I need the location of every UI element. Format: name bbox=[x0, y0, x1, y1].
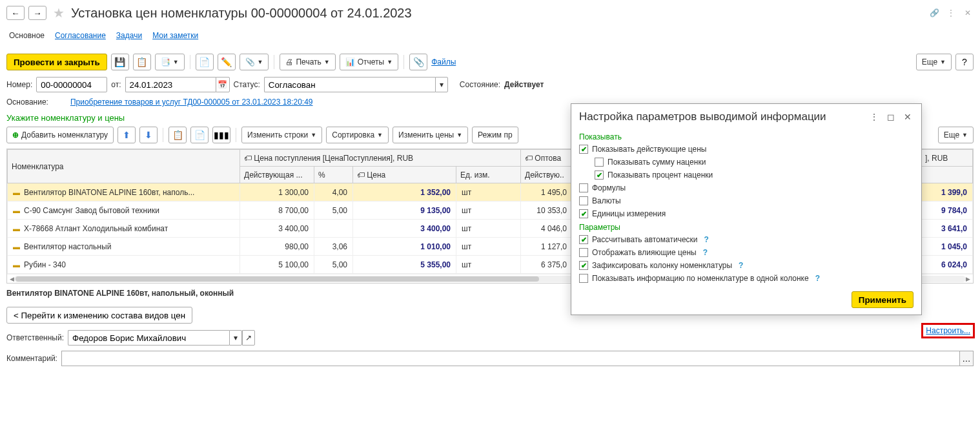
col-pct[interactable]: % bbox=[314, 167, 353, 183]
col-rub[interactable]: ], RUB bbox=[921, 150, 973, 167]
apply-button[interactable]: Применить bbox=[852, 291, 914, 308]
lbl-currencies: Валюты bbox=[592, 196, 621, 205]
change-prices-button[interactable]: Изменить цены▼ bbox=[393, 127, 468, 143]
tab-tasks[interactable]: Задачи bbox=[116, 28, 142, 43]
change-price-types-button[interactable]: < Перейти к изменению состава видов цен bbox=[6, 307, 192, 324]
chk-formulas[interactable] bbox=[579, 183, 588, 192]
calendar-icon[interactable]: 📅 bbox=[216, 77, 230, 92]
col-wholesale-group[interactable]: 🏷 Оптова bbox=[521, 150, 573, 167]
barcode-button[interactable]: ▮▮▮ bbox=[212, 127, 230, 143]
help-fix-column[interactable]: ? bbox=[739, 261, 743, 270]
copy-button[interactable]: 📋 bbox=[168, 127, 187, 143]
state-label: Состояние: bbox=[460, 80, 500, 89]
popover-maximize-icon[interactable]: ◻ bbox=[885, 111, 897, 123]
lbl-show-markup-pct: Показывать процент наценки bbox=[607, 170, 713, 180]
attach-drop-button[interactable]: 📎▼ bbox=[240, 54, 269, 70]
help-auto-calc[interactable]: ? bbox=[704, 235, 709, 244]
move-up-button[interactable]: ⬆ bbox=[117, 127, 136, 143]
col-current2[interactable]: Действую.. bbox=[521, 167, 573, 183]
scroll-thumb[interactable] bbox=[15, 276, 539, 282]
state-value: Действует bbox=[504, 80, 544, 89]
divider bbox=[163, 128, 163, 142]
dk-button[interactable]: 📑▼ bbox=[155, 54, 185, 70]
add-item-button[interactable]: ⊕Добавить номенклатуру bbox=[6, 127, 114, 143]
responsible-input[interactable] bbox=[68, 330, 229, 346]
submit-close-button[interactable]: Провести и закрыть bbox=[6, 54, 107, 70]
chk-show-current[interactable]: ✔ bbox=[579, 145, 588, 154]
basis-link[interactable]: Приобретение товаров и услуг ТД00-000005… bbox=[70, 98, 313, 107]
link-icon[interactable]: 🔗 bbox=[928, 7, 940, 19]
favorite-star-icon[interactable]: ★ bbox=[53, 5, 65, 21]
clip-button[interactable]: 📎 bbox=[409, 54, 427, 70]
configure-link[interactable]: Настроить... bbox=[926, 326, 970, 335]
edit-button[interactable]: ✏️ bbox=[218, 54, 236, 70]
tab-notes[interactable]: Мои заметки bbox=[152, 28, 198, 43]
divider bbox=[236, 128, 236, 142]
date-input[interactable] bbox=[125, 77, 216, 92]
resp-dropdown-icon[interactable]: ▾ bbox=[229, 330, 242, 346]
lbl-show-current: Показывать действующие цены bbox=[592, 145, 706, 154]
kebab-icon[interactable]: ⋮ bbox=[945, 7, 957, 19]
folder-icon: ▬ bbox=[13, 189, 20, 196]
popover-section-params: Параметры bbox=[571, 220, 921, 233]
resp-open-icon[interactable]: ↗ bbox=[242, 330, 255, 346]
chk-fix-column[interactable]: ✔ bbox=[579, 261, 588, 270]
comment-input[interactable] bbox=[61, 351, 959, 366]
tab-main[interactable]: Основное bbox=[9, 28, 45, 43]
status-input[interactable] bbox=[264, 77, 435, 92]
configure-highlight: Настроить... bbox=[921, 323, 975, 338]
chk-auto-calc[interactable]: ✔ bbox=[579, 235, 588, 244]
mode-button[interactable]: Режим пр bbox=[472, 127, 518, 143]
popover-title: Настройка параметров выводимой информаци… bbox=[579, 110, 863, 123]
col-arrival-group[interactable]: 🏷 Цена поступления [ЦенаПоступления], RU… bbox=[240, 150, 521, 167]
help-button[interactable]: ? bbox=[955, 54, 974, 70]
chk-show-affecting[interactable] bbox=[579, 248, 588, 257]
nav-forward-button[interactable]: → bbox=[28, 6, 46, 20]
popover-close-icon[interactable]: ✕ bbox=[902, 111, 914, 123]
move-down-button[interactable]: ⬇ bbox=[139, 127, 158, 143]
change-rows-button[interactable]: Изменить строки▼ bbox=[241, 127, 322, 143]
folder-icon: ▬ bbox=[13, 207, 20, 214]
more-button[interactable]: Еще▼ bbox=[916, 54, 952, 70]
post-button[interactable]: 📋 bbox=[133, 54, 151, 70]
files-link[interactable]: Файлы bbox=[431, 57, 456, 67]
chk-show-markup-sum[interactable] bbox=[595, 158, 604, 167]
paste-button[interactable]: 📄 bbox=[190, 127, 209, 143]
chk-show-markup-pct[interactable]: ✔ bbox=[595, 170, 604, 180]
help-show-affecting[interactable]: ? bbox=[703, 248, 708, 257]
save-button[interactable]: 💾 bbox=[111, 54, 129, 70]
chk-currencies[interactable] bbox=[579, 196, 588, 205]
col-item[interactable]: Номенклатура bbox=[8, 150, 240, 183]
folder-icon: ▬ bbox=[13, 261, 20, 269]
number-input[interactable] bbox=[36, 77, 107, 92]
chk-show-info-one[interactable] bbox=[579, 274, 588, 283]
print-button[interactable]: 🖨Печать▼ bbox=[280, 54, 335, 70]
divider bbox=[274, 55, 274, 69]
chk-units[interactable]: ✔ bbox=[579, 209, 588, 218]
tab-approval[interactable]: Согласование bbox=[55, 28, 106, 43]
status-label: Статус: bbox=[234, 80, 260, 89]
comment-expand-button[interactable]: … bbox=[959, 351, 974, 366]
reports-button[interactable]: 📊Отчеты▼ bbox=[340, 54, 398, 70]
close-icon[interactable]: ✕ bbox=[962, 7, 974, 19]
col-unit[interactable]: Ед. изм. bbox=[456, 167, 521, 183]
col-current[interactable]: Действующая ... bbox=[240, 167, 314, 183]
comment-label: Комментарий: bbox=[6, 354, 57, 363]
popover-kebab-icon[interactable]: ⋮ bbox=[868, 111, 880, 123]
status-dropdown-icon[interactable]: ▾ bbox=[435, 77, 448, 92]
nav-back-button[interactable]: ← bbox=[6, 6, 25, 20]
basis-label: Основание: bbox=[6, 98, 48, 107]
folder-icon: ▬ bbox=[13, 243, 20, 251]
lbl-show-markup-sum: Показывать сумму наценки bbox=[607, 158, 706, 167]
sort-button[interactable]: Сортировка▼ bbox=[326, 127, 389, 143]
from-label: от: bbox=[111, 80, 121, 89]
lbl-show-info-one: Показывать информацию по номенклатуре в … bbox=[592, 274, 809, 283]
help-show-info-one[interactable]: ? bbox=[815, 274, 820, 283]
doc-button[interactable]: 📄 bbox=[196, 54, 214, 70]
folder-icon: ▬ bbox=[13, 225, 20, 232]
col-price[interactable]: 🏷 Цена bbox=[353, 167, 456, 183]
table-more-button[interactable]: Еще▼ bbox=[938, 127, 974, 143]
lbl-show-affecting: Отображать влияющие цены bbox=[592, 248, 697, 257]
number-label: Номер: bbox=[6, 80, 32, 89]
divider bbox=[403, 55, 404, 69]
